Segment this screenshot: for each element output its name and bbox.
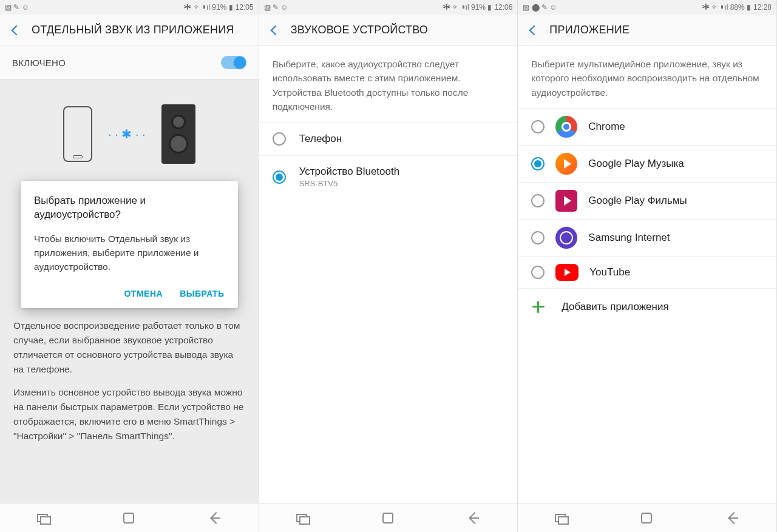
home-icon[interactable] bbox=[641, 513, 652, 524]
cancel-button[interactable]: ОТМЕНА bbox=[124, 289, 163, 298]
status-right: ✱ ᯤ ▮ıl 91% ▮ 12:05 bbox=[184, 3, 253, 12]
content: Выберите, какое аудиоустройство следует … bbox=[259, 46, 518, 503]
illustration: · · ✱ · · bbox=[0, 79, 259, 189]
add-apps-row[interactable]: Добавить приложения bbox=[518, 288, 776, 325]
option-label: Устройство Bluetooth bbox=[299, 166, 400, 178]
status-icons: ✱ ᯤ ▮ıl 88% ▮ bbox=[702, 3, 751, 12]
app-option-samsung-internet[interactable]: Samsung Internet bbox=[518, 219, 776, 256]
status-time: 12:05 bbox=[236, 3, 254, 12]
plus-icon bbox=[531, 300, 546, 314]
radio-icon[interactable] bbox=[273, 170, 286, 184]
header: ЗВУКОВОЕ УСТРОЙСТВО bbox=[259, 15, 518, 46]
device-option-phone[interactable]: Телефон bbox=[259, 122, 518, 155]
status-icons: ✱ ᯤ ▮ıl 91% ▮ bbox=[184, 3, 232, 12]
app-option-youtube[interactable]: YouTube bbox=[518, 256, 776, 288]
navbar bbox=[518, 503, 776, 532]
status-right: ✱ ᯤ ▮ıl 91% ▮ 12:06 bbox=[443, 3, 512, 12]
status-icons: ✱ ᯤ ▮ıl 91% ▮ bbox=[443, 3, 492, 12]
para1: Отдельное воспроизведение работает тольк… bbox=[13, 318, 245, 377]
radio-icon[interactable] bbox=[531, 157, 545, 170]
header: ОТДЕЛЬНЫЙ ЗВУК ИЗ ПРИЛОЖЕНИЯ bbox=[0, 15, 259, 46]
dialog-title: Выбрать приложение и аудиоустройство? bbox=[34, 194, 225, 222]
status-time: 12:28 bbox=[753, 3, 772, 12]
app-option-play-movies[interactable]: Google Play Фильмы bbox=[518, 182, 776, 219]
status-left: ▧ ⬤ ✎ ☺ bbox=[523, 3, 557, 12]
play-movies-icon bbox=[555, 190, 577, 212]
chrome-icon bbox=[555, 116, 577, 138]
play-music-icon bbox=[555, 153, 577, 175]
navbar bbox=[0, 503, 259, 532]
app-label: Google Play Фильмы bbox=[588, 195, 687, 207]
page-title: ОТДЕЛЬНЫЙ ЗВУК ИЗ ПРИЛОЖЕНИЯ bbox=[32, 24, 234, 36]
page-title: ЗВУКОВОЕ УСТРОЙСТВО bbox=[291, 24, 428, 36]
description: Выберите, какое аудиоустройство следует … bbox=[259, 46, 518, 122]
recents-icon[interactable] bbox=[296, 514, 308, 522]
back-nav-icon[interactable] bbox=[208, 511, 222, 525]
speaker-icon bbox=[161, 104, 195, 164]
app-option-chrome[interactable]: Chrome bbox=[518, 108, 776, 145]
recents-icon[interactable] bbox=[37, 514, 49, 522]
app-label: Chrome bbox=[588, 121, 625, 133]
app-label: YouTube bbox=[589, 266, 630, 278]
toggle-switch-icon[interactable] bbox=[221, 56, 246, 69]
screen-application: ▧ ⬤ ✎ ☺ ✱ ᯤ ▮ıl 88% ▮ 12:28 ПРИЛОЖЕНИЕ В… bbox=[518, 0, 777, 532]
recents-icon[interactable] bbox=[555, 514, 567, 522]
description-text: Отдельное воспроизведение работает тольк… bbox=[0, 310, 259, 452]
radio-icon[interactable] bbox=[531, 194, 545, 207]
phone-icon bbox=[63, 106, 92, 162]
status-time: 12:06 bbox=[494, 3, 512, 12]
para2: Изменить основное устройство вывода звук… bbox=[13, 385, 245, 443]
enable-toggle-row[interactable]: ВКЛЮЧЕНО bbox=[0, 46, 259, 79]
content: Выберите мультимедийное приложение, звук… bbox=[518, 46, 776, 503]
toggle-label: ВКЛЮЧЕНО bbox=[12, 58, 66, 68]
option-sublabel: SRS-BTV5 bbox=[299, 179, 400, 188]
device-option-bluetooth[interactable]: Устройство Bluetooth SRS-BTV5 bbox=[259, 155, 518, 198]
bluetooth-icon: · · ✱ · · bbox=[108, 127, 145, 141]
description: Выберите мультимедийное приложение, звук… bbox=[518, 46, 776, 108]
status-bar: ▧ ✎ ☺ ✱ ᯤ ▮ıl 91% ▮ 12:05 bbox=[0, 0, 259, 15]
youtube-icon bbox=[555, 264, 579, 281]
home-icon[interactable] bbox=[382, 513, 393, 524]
radio-icon[interactable] bbox=[531, 266, 545, 279]
dialog-actions: ОТМЕНА ВЫБРАТЬ bbox=[34, 289, 225, 302]
app-option-play-music[interactable]: Google Play Музыка bbox=[518, 145, 776, 182]
navbar bbox=[259, 503, 518, 532]
home-icon[interactable] bbox=[123, 513, 134, 524]
back-icon[interactable] bbox=[10, 24, 22, 36]
back-nav-icon[interactable] bbox=[467, 511, 480, 525]
screen-separate-app-sound: ▧ ✎ ☺ ✱ ᯤ ▮ıl 91% ▮ 12:05 ОТДЕЛЬНЫЙ ЗВУК… bbox=[0, 0, 259, 532]
screen-audio-device: ▧ ✎ ☺ ✱ ᯤ ▮ıl 91% ▮ 12:06 ЗВУКОВОЕ УСТРО… bbox=[259, 0, 518, 532]
select-button[interactable]: ВЫБРАТЬ bbox=[180, 289, 225, 298]
dialog: Выбрать приложение и аудиоустройство? Чт… bbox=[21, 181, 238, 308]
header: ПРИЛОЖЕНИЕ bbox=[518, 15, 776, 46]
samsung-internet-icon bbox=[555, 227, 577, 249]
radio-icon[interactable] bbox=[531, 120, 545, 133]
status-left: ▧ ✎ ☺ bbox=[5, 3, 29, 12]
back-icon[interactable] bbox=[269, 24, 281, 36]
status-bar: ▧ ✎ ☺ ✱ ᯤ ▮ıl 91% ▮ 12:06 bbox=[259, 0, 518, 15]
back-icon[interactable] bbox=[528, 24, 540, 36]
dialog-body: Чтобы включить Отдельный звук из приложе… bbox=[34, 232, 225, 274]
status-left: ▧ ✎ ☺ bbox=[264, 3, 288, 12]
status-bar: ▧ ⬤ ✎ ☺ ✱ ᯤ ▮ıl 88% ▮ 12:28 bbox=[518, 0, 776, 15]
back-nav-icon[interactable] bbox=[726, 511, 739, 525]
app-label: Samsung Internet bbox=[588, 232, 670, 244]
status-right: ✱ ᯤ ▮ıl 88% ▮ 12:28 bbox=[702, 3, 772, 12]
page-title: ПРИЛОЖЕНИЕ bbox=[549, 24, 629, 36]
option-label: Телефон bbox=[299, 133, 342, 145]
radio-icon[interactable] bbox=[531, 231, 545, 244]
radio-icon[interactable] bbox=[273, 132, 286, 146]
add-apps-label: Добавить приложения bbox=[562, 301, 668, 313]
app-label: Google Play Музыка bbox=[588, 158, 684, 170]
